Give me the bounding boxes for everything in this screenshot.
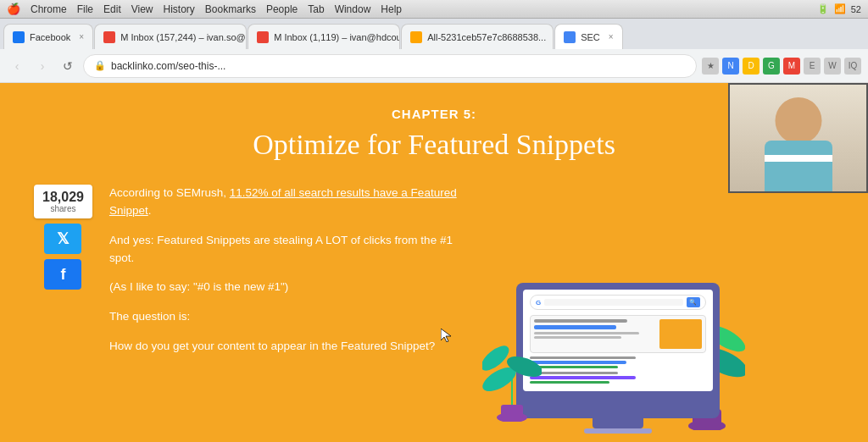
facebook-share-button[interactable]: f <box>44 259 81 290</box>
featured-result <box>530 315 706 353</box>
webcam-overlay <box>728 83 868 193</box>
monitor-base <box>593 418 643 428</box>
monitor-stand <box>584 428 652 434</box>
paragraph-5: How do you get your content to appear in… <box>109 338 465 356</box>
time-display: 52 <box>851 4 861 14</box>
extension-icon-1[interactable]: N <box>722 58 739 75</box>
twitter-share-button[interactable]: 𝕏 <box>44 224 81 254</box>
share-widget: 18,029 shares 𝕏 f <box>34 185 92 434</box>
bookmark-icon[interactable]: ★ <box>702 58 719 75</box>
webcam-person <box>730 85 866 191</box>
mouse-cursor <box>441 329 451 342</box>
share-label: shares <box>42 204 84 213</box>
lock-icon: 🔒 <box>94 60 106 71</box>
monitor-screen-container: G 🔍 <box>516 283 720 418</box>
tab-gmail1[interactable]: M Inbox (157,244) – ivan.so@s... × <box>94 24 247 49</box>
forward-button[interactable]: › <box>32 56 53 76</box>
tab-facebook-label: Facebook <box>30 32 70 42</box>
seo-favicon <box>564 31 576 43</box>
extension-icon-3[interactable]: G <box>763 58 780 75</box>
gmail2-favicon <box>257 31 269 43</box>
reload-button[interactable]: ↺ <box>58 56 78 76</box>
twitter-icon: 𝕏 <box>57 229 70 248</box>
address-bar: ‹ › ↺ 🔒 backlinko.com/seo-this-... ★ N D… <box>0 49 868 83</box>
featured-snippet-link[interactable]: 11.52% of all search results have a Feat… <box>109 186 457 217</box>
person-head <box>775 97 821 144</box>
chapter-header: CHAPTER 5: Optimize for Featured Snippet… <box>236 83 632 176</box>
google-logo-small: G <box>536 299 541 307</box>
facebook-favicon <box>13 31 25 43</box>
apple-logo: 🍎 <box>7 3 20 15</box>
search-button-illustration: 🔍 <box>687 297 700 307</box>
share-count: 18,029 <box>42 190 84 205</box>
monitor-illustration: G 🔍 <box>482 185 754 434</box>
menu-file[interactable]: File <box>77 3 93 15</box>
facebook-icon: f <box>60 266 65 284</box>
page-body: 18,029 shares 𝕏 f According to SEMrush, … <box>0 176 868 442</box>
menu-history[interactable]: History <box>164 3 195 15</box>
menu-window[interactable]: Window <box>335 3 371 15</box>
extension-icon-2[interactable]: D <box>743 58 760 75</box>
share-count-box: 18,029 shares <box>34 185 92 219</box>
tab-facebook[interactable]: Facebook × <box>3 24 93 49</box>
menu-tab[interactable]: Tab <box>308 3 324 15</box>
chapter-title: Optimize for Featured Snippets <box>253 128 615 163</box>
menu-help[interactable]: Help <box>381 3 402 15</box>
extension-icon-7[interactable]: IQ <box>844 58 861 75</box>
extension-icon-4[interactable]: M <box>783 58 800 75</box>
snippet-image-box <box>659 319 702 349</box>
tab-gmail2-label: M Inbox (1,119) – ivan@hdcou... <box>274 32 400 42</box>
tab-backlinko[interactable]: All-5231ceb57e7c8688538... × <box>401 24 554 49</box>
url-bar[interactable]: 🔒 backlinko.com/seo-this-... <box>83 54 697 78</box>
chapter-label: CHAPTER 5: <box>253 107 615 121</box>
svg-rect-1 <box>501 405 523 418</box>
paragraph-3: (As I like to say: "#0 is the new #1") <box>109 279 465 296</box>
menu-chrome[interactable]: Chrome <box>31 3 67 15</box>
paragraph-2: And yes: Featured Snippets are stealing … <box>109 232 465 268</box>
battery-icon: 🔋 <box>817 3 829 14</box>
monitor-screen: G 🔍 <box>523 290 713 391</box>
tab-backlinko-label: All-5231ceb57e7c8688538... <box>427 32 546 42</box>
toolbar-icons: ★ N D G M E W IQ <box>702 58 861 75</box>
paragraph-1: According to SEMrush, 11.52% of all sear… <box>109 185 465 220</box>
person-body <box>765 141 832 191</box>
search-input-illustration <box>544 299 683 306</box>
tab-gmail2[interactable]: M Inbox (1,119) – ivan@hdcou... × <box>248 24 400 49</box>
paragraph-4: The question is: <box>109 308 465 326</box>
menu-bookmarks[interactable]: Bookmarks <box>205 3 256 15</box>
tab-gmail1-label: M Inbox (157,244) – ivan.so@s... <box>120 32 247 42</box>
text-content: According to SEMrush, 11.52% of all sear… <box>109 185 465 434</box>
wifi-icon: 📶 <box>834 3 846 14</box>
tab-facebook-close[interactable]: × <box>79 32 84 41</box>
tab-seo[interactable]: SEC × <box>554 24 622 49</box>
extension-icon-6[interactable]: W <box>824 58 841 75</box>
chrome-window: Facebook × M Inbox (157,244) – ivan.so@s… <box>0 19 868 442</box>
menu-edit[interactable]: Edit <box>103 3 121 15</box>
tab-bar: Facebook × M Inbox (157,244) – ivan.so@s… <box>0 19 868 49</box>
backlinko-favicon <box>410 31 422 43</box>
menu-view[interactable]: View <box>131 3 153 15</box>
main-content: CHAPTER 5: Optimize for Featured Snippet… <box>0 83 868 442</box>
extension-icon-5[interactable]: E <box>804 58 821 75</box>
plant-left <box>482 320 542 425</box>
tab-seo-label: SEC <box>581 32 600 42</box>
search-bar-illustration: G 🔍 <box>530 295 706 310</box>
back-button[interactable]: ‹ <box>7 56 27 76</box>
person-shirt-stripe <box>765 155 832 162</box>
url-text: backlinko.com/seo-this-... <box>111 60 225 72</box>
tab-seo-close[interactable]: × <box>609 32 614 41</box>
mac-os-bar: 🍎 Chrome File Edit View History Bookmark… <box>0 0 868 19</box>
menu-people[interactable]: People <box>266 3 298 15</box>
gmail1-favicon <box>103 31 115 43</box>
